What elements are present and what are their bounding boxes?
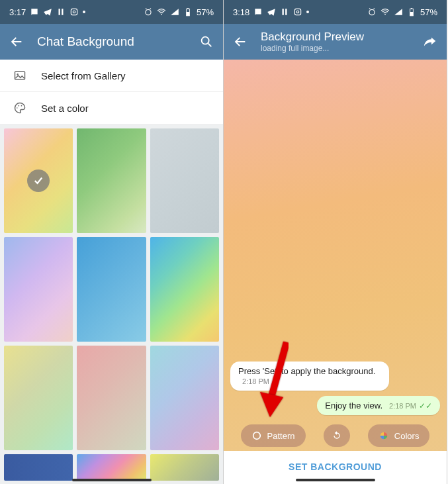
svg-rect-8 xyxy=(15,72,25,79)
status-battery: 57% xyxy=(197,7,214,17)
signal-icon xyxy=(170,7,179,17)
message-timestamp: 2:18 PM xyxy=(389,402,416,410)
more-dot-icon xyxy=(83,11,85,13)
status-bar: 3:17 57% xyxy=(0,0,223,24)
instagram-icon xyxy=(69,7,79,17)
svg-point-1 xyxy=(73,11,76,13)
palette-icon xyxy=(13,101,26,115)
appbar-title: Background Preview xyxy=(261,30,410,44)
message-text: Press 'Set' to apply the background. xyxy=(238,366,375,376)
wallpaper-tile[interactable] xyxy=(77,237,146,342)
svg-point-16 xyxy=(384,14,386,15)
chip-row: Pattern Colors xyxy=(224,418,447,451)
pause-icon xyxy=(56,7,66,17)
status-battery: 57% xyxy=(420,7,437,17)
rotate-chip[interactable] xyxy=(324,424,350,447)
notif-icon xyxy=(253,7,263,17)
pause-icon xyxy=(280,7,289,17)
instagram-icon xyxy=(293,7,302,17)
app-bar: Background Preview loading full image... xyxy=(224,24,447,60)
svg-point-7 xyxy=(202,37,209,44)
appbar-title: Chat Background xyxy=(37,34,186,49)
wallpaper-tile[interactable] xyxy=(77,346,146,450)
chip-label: Pattern xyxy=(267,431,295,441)
back-icon[interactable] xyxy=(233,34,247,49)
wallpaper-tile[interactable] xyxy=(4,346,73,450)
telegram-icon xyxy=(267,7,276,17)
wallpaper-tile[interactable] xyxy=(77,128,146,233)
signal-icon xyxy=(394,7,403,17)
svg-rect-6 xyxy=(187,8,189,9)
alarm-icon xyxy=(367,7,377,17)
wallpaper-tile[interactable] xyxy=(4,454,73,481)
status-bar: 3:18 57% xyxy=(224,0,447,24)
wallpaper-tile[interactable] xyxy=(77,454,146,481)
selected-check-icon xyxy=(27,169,50,192)
option-gallery[interactable]: Select from Gallery xyxy=(0,60,223,92)
app-bar: Chat Background xyxy=(0,24,223,60)
wallpaper-grid xyxy=(0,124,223,454)
read-ticks-icon: ✓✓ xyxy=(419,401,432,411)
wallpaper-tile[interactable] xyxy=(4,128,73,233)
search-icon[interactable] xyxy=(199,34,214,49)
option-color[interactable]: Set a color xyxy=(0,92,223,124)
option-gallery-label: Select from Gallery xyxy=(41,70,126,81)
status-time: 3:18 xyxy=(233,7,249,17)
message-timestamp: 2:18 PM xyxy=(242,377,269,385)
notif-icon xyxy=(30,7,39,17)
svg-rect-19 xyxy=(411,8,412,9)
wallpaper-tile[interactable] xyxy=(150,454,219,481)
phone-left: 3:17 57% Chat Background Select from Gal… xyxy=(0,0,224,484)
home-indicator[interactable] xyxy=(296,479,375,481)
message-text: Enjoy the view. xyxy=(325,401,382,411)
phone-right: 3:18 57% Background Preview loading full… xyxy=(224,0,447,484)
svg-point-15 xyxy=(369,10,375,15)
svg-point-10 xyxy=(17,107,18,109)
image-icon xyxy=(13,69,26,82)
rotate-icon xyxy=(332,430,342,441)
telegram-icon xyxy=(43,7,52,17)
battery-icon xyxy=(183,7,193,17)
status-time: 3:17 xyxy=(9,7,26,17)
colors-chip[interactable]: Colors xyxy=(368,424,430,447)
home-indicator[interactable] xyxy=(72,479,152,481)
svg-point-14 xyxy=(297,11,300,13)
background-preview: Press 'Set' to apply the background. 2:1… xyxy=(224,60,447,484)
wifi-icon xyxy=(381,7,390,17)
battery-icon xyxy=(407,7,416,17)
svg-rect-18 xyxy=(410,12,414,16)
alarm-icon xyxy=(144,7,153,17)
svg-point-11 xyxy=(19,105,20,107)
pattern-chip[interactable]: Pattern xyxy=(241,424,306,447)
message-incoming: Press 'Set' to apply the background. 2:1… xyxy=(230,362,440,391)
chip-label: Colors xyxy=(394,431,420,441)
circle-outline-icon xyxy=(251,430,262,441)
wifi-icon xyxy=(157,7,166,17)
svg-rect-5 xyxy=(187,12,190,16)
svg-rect-0 xyxy=(71,9,77,15)
wallpaper-tile[interactable] xyxy=(4,237,73,342)
color-wheel-icon xyxy=(379,430,389,441)
appbar-subtitle: loading full image... xyxy=(261,44,410,53)
back-icon[interactable] xyxy=(9,34,24,49)
message-outgoing: Enjoy the view. 2:18 PM ✓✓ xyxy=(230,396,440,415)
wallpaper-tile[interactable] xyxy=(150,346,219,450)
option-color-label: Set a color xyxy=(41,103,89,114)
svg-point-12 xyxy=(21,105,22,107)
svg-point-2 xyxy=(146,10,151,15)
svg-point-20 xyxy=(253,432,260,440)
wallpaper-tile[interactable] xyxy=(150,128,219,233)
svg-rect-13 xyxy=(295,9,301,15)
more-dot-icon xyxy=(306,11,309,13)
share-icon[interactable] xyxy=(423,34,437,49)
wallpaper-tile[interactable] xyxy=(150,237,219,342)
svg-point-3 xyxy=(161,14,162,15)
